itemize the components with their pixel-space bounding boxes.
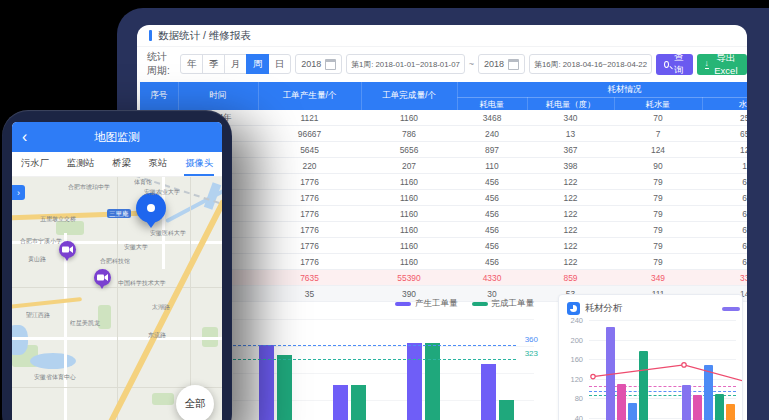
camera-icon bbox=[62, 245, 73, 254]
table-cell: 859 bbox=[527, 270, 614, 286]
table-cell: 207 bbox=[361, 158, 457, 174]
col-header-seq: 序号 bbox=[140, 82, 178, 110]
export-label: 导出Excel bbox=[713, 52, 739, 76]
table-cell: 1776 bbox=[258, 222, 361, 238]
map-label: 安徽省体育中心 bbox=[34, 373, 76, 381]
year-start-select[interactable]: 2018 bbox=[295, 54, 342, 74]
tab-泵站[interactable]: 泵站 bbox=[148, 152, 169, 176]
table-cell: 13 bbox=[527, 126, 614, 142]
map-main-road bbox=[12, 297, 82, 309]
col-header-orders-done: 工单完成量/个 bbox=[361, 82, 457, 110]
table-cell: 122 bbox=[527, 254, 614, 270]
table-cell: 1121 bbox=[258, 110, 361, 126]
map-park bbox=[152, 393, 174, 405]
period-option-月[interactable]: 月 bbox=[224, 54, 247, 74]
export-excel-button[interactable]: ↓ 导出Excel bbox=[697, 54, 747, 75]
table-cell: 129 bbox=[702, 142, 747, 158]
table-cell: 456 bbox=[457, 190, 527, 206]
phone-header: ‹ 地图监测 bbox=[12, 122, 222, 152]
table-cell: 3468 bbox=[457, 110, 527, 126]
gridline bbox=[233, 319, 534, 320]
col-header-time: 时间 bbox=[178, 82, 258, 110]
map-label: 安徽医科大学 bbox=[150, 229, 186, 237]
table-cell: 79 bbox=[614, 254, 702, 270]
period-segmented: 年季月周日 bbox=[180, 54, 291, 74]
table-cell: 367 bbox=[527, 142, 614, 158]
legend-item[interactable]: 产生工单量 bbox=[395, 298, 458, 310]
calendar-icon bbox=[325, 59, 336, 70]
bar bbox=[407, 343, 422, 420]
period-option-季[interactable]: 季 bbox=[202, 54, 225, 74]
table-cell: 456 bbox=[457, 222, 527, 238]
table-cell: 1160 bbox=[361, 238, 457, 254]
table-cell: 4330 bbox=[457, 270, 527, 286]
all-button[interactable]: 全部 bbox=[176, 385, 214, 420]
camera-marker[interactable] bbox=[59, 241, 76, 258]
table-cell: 398 bbox=[527, 158, 614, 174]
table-cell: 67 bbox=[702, 190, 747, 206]
map-label: 合肥科技馆 bbox=[100, 257, 130, 265]
table-cell: 456 bbox=[457, 206, 527, 222]
table-cell: 79 bbox=[614, 222, 702, 238]
table-cell: 1160 bbox=[361, 110, 457, 126]
map-label: 体育馆 bbox=[134, 178, 152, 186]
week-range-end[interactable]: 第16周: 2018-04-16~2018-04-22 bbox=[529, 54, 652, 74]
download-icon: ↓ bbox=[705, 59, 709, 69]
back-icon[interactable]: ‹ bbox=[22, 129, 27, 145]
bar bbox=[499, 400, 514, 420]
map-label: 太湖路 bbox=[152, 303, 170, 311]
table-cell: 122 bbox=[527, 206, 614, 222]
tab-监测站[interactable]: 监测站 bbox=[66, 152, 96, 176]
table-cell: 7635 bbox=[258, 270, 361, 286]
table-cell: 1776 bbox=[258, 206, 361, 222]
table-cell: 67 bbox=[702, 254, 747, 270]
map-label: 中国科学技术大学 bbox=[118, 279, 166, 287]
table-cell: 122 bbox=[527, 222, 614, 238]
table-cell: 240 bbox=[457, 126, 527, 142]
query-label: 查询 bbox=[673, 51, 684, 77]
breadcrumb-text: 数据统计 / 维修报表 bbox=[158, 29, 251, 43]
selected-camera-marker[interactable] bbox=[136, 193, 166, 223]
expand-icon[interactable]: › bbox=[12, 185, 25, 200]
year-end-select[interactable]: 2018 bbox=[478, 54, 525, 74]
period-option-周[interactable]: 周 bbox=[246, 54, 269, 74]
year-end-value: 2018 bbox=[484, 59, 504, 69]
period-option-年[interactable]: 年 bbox=[180, 54, 203, 74]
tab-污水厂[interactable]: 污水厂 bbox=[20, 152, 50, 176]
legend-item[interactable]: 完成工单量 bbox=[472, 298, 535, 310]
period-option-日[interactable]: 日 bbox=[268, 54, 291, 74]
subcol-header-3: 耗水量 bbox=[614, 98, 702, 111]
map-lake bbox=[30, 353, 76, 369]
table-cell: 250 bbox=[702, 110, 747, 126]
table-cell: 897 bbox=[457, 142, 527, 158]
query-button[interactable]: 查询 bbox=[656, 54, 693, 75]
map-label: 黄山路 bbox=[28, 255, 46, 263]
table-cell: 220 bbox=[258, 158, 361, 174]
phone-mockup: ‹ 地图监测 污水厂监测站桥梁泵站摄像头 bbox=[2, 110, 232, 420]
filter-label: 统计周期: bbox=[147, 50, 176, 78]
table-cell: 5656 bbox=[361, 142, 457, 158]
week-range-start[interactable]: 第1周: 2018-01-01~2018-01-07 bbox=[346, 54, 465, 74]
trend-line bbox=[559, 295, 742, 420]
tab-桥梁[interactable]: 桥梁 bbox=[111, 152, 132, 176]
table-cell: 456 bbox=[457, 254, 527, 270]
workorder-chart-legend: 产生工单量完成工单量 bbox=[395, 298, 534, 310]
table-cell: 1160 bbox=[361, 190, 457, 206]
legend-label: 完成工单量 bbox=[492, 298, 535, 310]
table-cell: 79 bbox=[614, 238, 702, 254]
bar bbox=[425, 343, 440, 420]
table-cell: 122 bbox=[527, 174, 614, 190]
camera-marker[interactable] bbox=[94, 269, 111, 286]
map-view[interactable]: 三里庵 › 全部 合肥市琥珀中学体育馆安徽农业大学五里墩立交桥合肥市宁溪小学安徽… bbox=[12, 177, 222, 420]
subcol-header-1: 耗电量 bbox=[457, 98, 527, 111]
reference-label: 360 bbox=[525, 335, 538, 344]
legend-pill bbox=[395, 302, 411, 306]
calendar-icon bbox=[508, 59, 519, 70]
bar bbox=[333, 385, 348, 420]
table-cell: 67 bbox=[702, 174, 747, 190]
table-cell: 349 bbox=[614, 270, 702, 286]
subcol-header-4: 水量 bbox=[702, 98, 747, 111]
bar bbox=[481, 364, 496, 420]
breadcrumb: 数据统计 / 维修报表 bbox=[137, 25, 747, 47]
tab-摄像头[interactable]: 摄像头 bbox=[184, 152, 214, 176]
